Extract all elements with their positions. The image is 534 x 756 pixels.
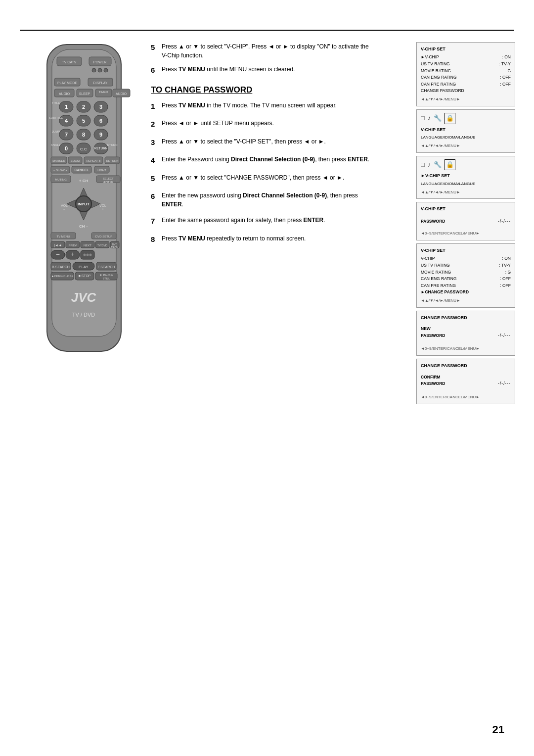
panel-5-row-2: US TV RATING: TV-Y: [421, 262, 511, 269]
step-6b-number: 6: [151, 191, 162, 202]
svg-text:9: 9: [99, 132, 102, 138]
note-icon: ♪: [428, 113, 431, 124]
step-7-number: 7: [151, 216, 162, 227]
step-8: 8 Press TV MENU repeatedly to return to …: [151, 234, 373, 245]
svg-point-6: [92, 68, 96, 72]
svg-text:6: 6: [99, 118, 102, 124]
step-4-number: 4: [151, 155, 162, 166]
panel-6-new-label: NEW: [421, 326, 511, 332]
svg-text:CANCEL: CANCEL: [74, 168, 89, 172]
panel-3-icons: □ ♪ 🔧 🔒: [421, 159, 511, 171]
panel-6-password-row: PASSWORD -/-/---: [421, 332, 511, 339]
svg-text:TV MENU: TV MENU: [57, 235, 70, 238]
svg-text:JUMP: JUMP: [52, 130, 60, 133]
panel-4-title: V-CHIP SET: [421, 205, 511, 212]
svg-text:3: 3: [99, 104, 102, 110]
svg-text:0: 0: [65, 145, 68, 151]
panel-6-title: CHANGE PASSWORD: [421, 314, 511, 321]
note-icon-2: ♪: [428, 160, 431, 170]
svg-point-101: [84, 254, 86, 256]
panels-column: V-CHIP SET ►V-CHIP: ON US TV RATING: TV-…: [416, 42, 515, 407]
step-8-text: Press TV MENU repeatedly to return to no…: [162, 234, 373, 243]
svg-text:TV CATV: TV CATV: [62, 60, 76, 64]
step-5: 5 Press ▲ or ▼ to select "CHANGE PASSWOR…: [151, 173, 373, 185]
panel-1-row-4: CAN ENG RATING: OFF: [421, 74, 511, 81]
step-6b-text: Enter the new password using Direct Chan…: [162, 191, 373, 209]
svg-text:MENU: MENU: [111, 245, 119, 248]
panel-5-row-1: V-CHIP: ON: [421, 255, 511, 262]
svg-text:SUBTITLE: SUBTITLE: [49, 116, 63, 119]
svg-text:RETURN: RETURN: [106, 159, 119, 162]
svg-point-102: [87, 254, 89, 256]
panel-5-row-5: CAN FRE RATING: OFF: [421, 283, 511, 289]
step-5-text: Press ▲ or ▼ to select "V-CHIP". Press ◄…: [162, 42, 373, 60]
panel-1-row-6: CHANGE PASSWORD: [421, 88, 511, 94]
svg-text:MUTING: MUTING: [55, 178, 67, 181]
svg-text:4: 4: [65, 118, 68, 124]
svg-text:⏸ PAUSE/: ⏸ PAUSE/: [99, 274, 113, 277]
svg-text:AUDIO: AUDIO: [116, 92, 127, 95]
step-1-text: Press TV MENU in the TV mode. The TV men…: [162, 101, 373, 110]
svg-text:F.SEARCH: F.SEARCH: [98, 265, 115, 269]
section-heading: TO CHANGE PASSWORD: [151, 85, 373, 95]
step-2-number: 2: [151, 119, 162, 130]
step-7-text: Enter the same password again for safety…: [162, 216, 373, 225]
svg-text:/ENTER: /ENTER: [103, 181, 113, 184]
svg-point-8: [104, 68, 108, 72]
svg-text:INPUT: INPUT: [78, 202, 89, 206]
panel-2-lang: LANGUAGE/IDIOMA/LANGUE: [421, 135, 511, 141]
panel-5-row-3: MOVIE RATING: G: [421, 269, 511, 276]
svg-text:+: +: [102, 207, 104, 211]
panel-1-row-3: MOVIE RATING: G: [421, 68, 511, 75]
panel-2-nav: ◄▲/▼/◄/►/MENU►: [421, 143, 511, 149]
svg-text:AUDIO: AUDIO: [59, 92, 70, 95]
svg-text:TV / DVD: TV / DVD: [72, 312, 95, 318]
panel-1-title: V-CHIP SET: [421, 46, 511, 52]
panel-3: □ ♪ 🔧 🔒 ►V-CHIP SET LANGUAGE/IDIOMA/LANG…: [416, 156, 515, 199]
panel-7-password-row: PASSWORD -/-/---: [421, 380, 511, 387]
panel-6: CHANGE PASSWORD NEW PASSWORD -/-/--- ◄0~…: [416, 311, 515, 356]
svg-text:PREV: PREV: [69, 244, 77, 247]
svg-text:7: 7: [65, 132, 68, 138]
svg-text:B.SEARCH: B.SEARCH: [52, 265, 70, 269]
panel-1-row-2: US TV RATING: TV-Y: [421, 61, 511, 68]
panel-7: CHANGE PASSWORD CONFIRM PASSWORD -/-/---…: [416, 359, 515, 404]
svg-text:JVC: JVC: [71, 290, 97, 305]
wrench-icon-2: 🔧: [434, 160, 442, 170]
chip-icon-2: 🔒: [445, 159, 455, 171]
svg-point-7: [98, 68, 102, 72]
svg-text:8: 8: [82, 132, 85, 138]
step-3: 3 Press ▲ or ▼ to select the "V-CHIP SET…: [151, 137, 373, 148]
instructions-column: 5 Press ▲ or ▼ to select "V-CHIP". Press…: [151, 42, 373, 252]
panel-2-icons: □ ♪ 🔧 🔒: [421, 113, 511, 124]
svg-text:SELECT: SELECT: [103, 177, 114, 180]
svg-text:■ STOP: ■ STOP: [78, 274, 90, 278]
pre-step-6: 6 Press TV MENU until the MENU screen is…: [151, 65, 373, 76]
panel-5-nav: ◄▲/▼/◄/►/MENU►: [421, 298, 511, 304]
svg-text:RETURN: RETURN: [94, 146, 107, 150]
svg-text:LIGHT: LIGHT: [97, 169, 106, 172]
top-divider: [20, 30, 514, 31]
panel-7-confirm-label: CONFIRM: [421, 374, 511, 381]
panel-4-password-row: PASSWORD -/-/---: [421, 218, 511, 225]
tv-icon-2: □: [421, 160, 425, 170]
panel-5: V-CHIP SET V-CHIP: ON US TV RATING: TV-Y…: [416, 243, 515, 308]
svg-text:VOL: VOL: [61, 204, 68, 207]
step-6-text: Press TV MENU until the MENU screen is c…: [162, 65, 373, 74]
svg-text:2: 2: [82, 104, 85, 110]
pre-step-5: 5 Press ▲ or ▼ to select "V-CHIP". Press…: [151, 42, 373, 60]
tv-icon: □: [421, 113, 425, 124]
svg-text:– SLOW +: – SLOW +: [53, 169, 67, 172]
step-3-text: Press ▲ or ▼ to select the "V-CHIP SET",…: [162, 137, 373, 146]
panel-1-row-5: CAN FRE RATING: OFF: [421, 81, 511, 88]
step-2-text: Press ◄ or ► until SETUP menu appears.: [162, 119, 373, 128]
step-5-number: 5: [151, 42, 162, 53]
svg-text:5: 5: [82, 118, 85, 124]
svg-text:VOL: VOL: [99, 204, 106, 207]
svg-text:PLAY MODE: PLAY MODE: [57, 81, 78, 85]
svg-text:PLAY: PLAY: [79, 265, 89, 269]
step-3-number: 3: [151, 137, 162, 148]
panel-7-nav: ◄0~9/ENTER/CANCEL/MENU►: [421, 394, 511, 401]
panel-2: □ ♪ 🔧 🔒 V-CHIP SET LANGUAGE/IDIOMA/LANGU…: [416, 109, 515, 153]
panel-3-lang: LANGUAGE/IDIOMA/LANGUE: [421, 181, 511, 188]
